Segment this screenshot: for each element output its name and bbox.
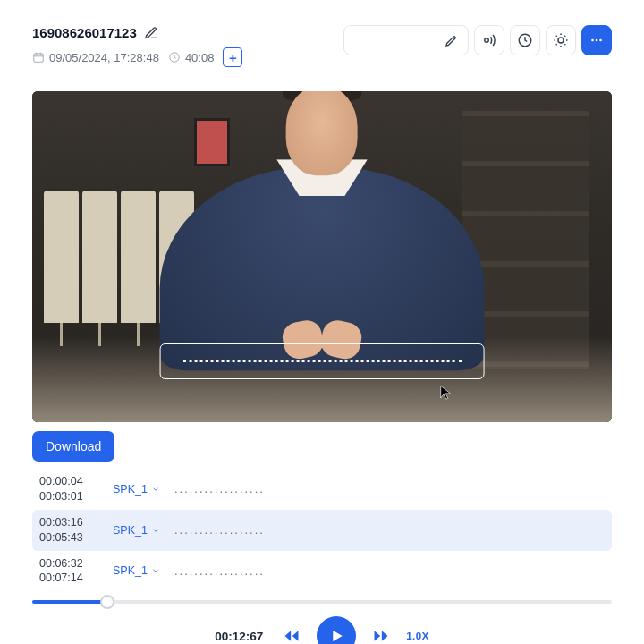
- meta-row: 09/05/2024, 17:28:48 40:08 +: [32, 47, 242, 67]
- chevron-down-icon: [151, 526, 160, 535]
- more-button[interactable]: [581, 25, 612, 55]
- download-button[interactable]: Download: [32, 431, 114, 462]
- play-button[interactable]: [317, 616, 356, 644]
- speaker-select[interactable]: SPK_1: [113, 483, 160, 496]
- sun-icon: [553, 32, 569, 48]
- theme-button[interactable]: [546, 25, 576, 55]
- segment-text: ..................: [174, 523, 265, 537]
- date-meta: 09/05/2024, 17:28:48: [32, 51, 159, 64]
- transcript-row[interactable]: 00:00:0400:03:01SPK_1..................: [32, 469, 612, 510]
- edit-icon[interactable]: [144, 26, 158, 40]
- playback-bar: 00:12:67 1.0X: [32, 600, 612, 644]
- play-icon: [328, 628, 344, 644]
- cursor-icon: [438, 383, 454, 402]
- video-decor-frame: [194, 118, 230, 166]
- svg-point-7: [599, 39, 602, 42]
- progress-fill: [32, 600, 107, 604]
- divider: [32, 80, 612, 80]
- segment-text: ..................: [174, 564, 265, 578]
- playback-rate[interactable]: 1.0X: [406, 631, 429, 641]
- recording-title: 16908626017123: [32, 25, 137, 40]
- progress-thumb[interactable]: [100, 595, 114, 609]
- video-subject: [160, 167, 485, 370]
- svg-point-6: [596, 39, 598, 42]
- header-right: [343, 25, 612, 55]
- transcript-row[interactable]: 00:03:1600:05:43SPK_1..................: [32, 510, 612, 551]
- svg-point-5: [591, 39, 594, 42]
- svg-point-2: [485, 38, 489, 43]
- clock-icon: [168, 51, 181, 64]
- segment-times: 00:00:0400:03:01: [39, 474, 98, 504]
- chevron-down-icon: [151, 566, 160, 575]
- forward-button[interactable]: [372, 627, 390, 644]
- search-bar[interactable]: [343, 25, 469, 55]
- rewind-button[interactable]: [283, 627, 301, 644]
- history-button[interactable]: [510, 25, 540, 55]
- svg-point-4: [558, 38, 564, 43]
- clock-icon: [517, 32, 533, 48]
- audio-button[interactable]: [474, 25, 504, 55]
- duration-meta: 40:08: [168, 51, 215, 64]
- segment-text: ..................: [174, 482, 265, 496]
- progress-track[interactable]: [32, 600, 612, 604]
- segment-times: 00:03:1600:05:43: [39, 515, 98, 546]
- chevron-down-icon: [151, 485, 160, 494]
- caption-box[interactable]: [160, 343, 485, 379]
- date-text: 09/05/2024, 17:28:48: [49, 51, 159, 64]
- speaker-select[interactable]: SPK_1: [113, 564, 160, 577]
- soundwave-icon: [481, 32, 497, 48]
- pen-icon: [445, 33, 459, 47]
- segment-times: 00:06:3200:07:14: [39, 556, 98, 587]
- duration-text: 40:08: [185, 51, 215, 64]
- speaker-select[interactable]: SPK_1: [113, 524, 160, 537]
- caption-placeholder: [183, 360, 461, 362]
- current-time: 00:12:67: [215, 630, 263, 643]
- header-left: 16908626017123 09/05/2024, 17:28:48 40:0…: [32, 25, 242, 67]
- add-button[interactable]: +: [223, 47, 242, 67]
- calendar-icon: [32, 51, 45, 64]
- dots-icon: [589, 32, 605, 48]
- transcript-list: 00:00:0400:03:01SPK_1..................0…: [32, 469, 612, 591]
- header: 16908626017123 09/05/2024, 17:28:48 40:0…: [32, 25, 612, 67]
- transcript-row[interactable]: 00:06:3200:07:14SPK_1..................: [32, 551, 612, 592]
- title-row: 16908626017123: [32, 25, 242, 40]
- svg-rect-0: [34, 54, 44, 62]
- playback-controls: 00:12:67 1.0X: [32, 616, 612, 644]
- video-player[interactable]: [32, 91, 612, 422]
